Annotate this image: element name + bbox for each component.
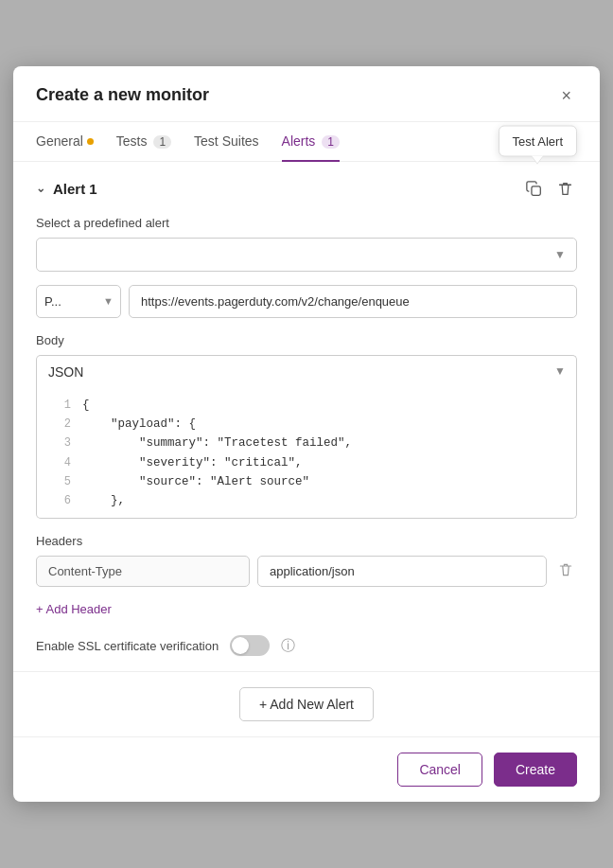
delete-alert-button[interactable] [553, 177, 577, 201]
predefined-select-wrapper: ▼ [36, 238, 577, 272]
general-dot [87, 138, 94, 145]
code-line-3: 3 "summary": "Tracetest failed", [37, 434, 576, 452]
create-button[interactable]: Create [494, 753, 577, 787]
modal-footer: Cancel Create [13, 736, 600, 802]
code-line-6: 6 }, [37, 491, 576, 510]
modal-body: ⌄ Alert 1 [13, 162, 600, 736]
add-alert-button[interactable]: + Add New Alert [239, 687, 374, 721]
tab-test-suites[interactable]: Test Suites [194, 122, 258, 162]
cancel-button[interactable]: Cancel [397, 753, 482, 787]
predefined-select[interactable] [36, 238, 577, 272]
body-label: Body [36, 333, 577, 347]
code-line-5: 5 "source": "Alert source" [37, 472, 576, 491]
ssl-label: Enable SSL certificate verification [36, 639, 219, 653]
modal: Create a new monitor × General Tests 1 T… [13, 66, 600, 802]
body-format-select[interactable]: JSON Text XML [36, 355, 577, 388]
tab-tests[interactable]: Tests 1 [116, 122, 171, 162]
method-select-wrapper: P... GET POST PUT DELETE ▼ [36, 285, 121, 318]
svg-rect-0 [532, 186, 540, 195]
add-header-button[interactable]: + Add Header [36, 598, 112, 620]
url-input[interactable] [129, 285, 577, 318]
ssl-toggle-knob [232, 637, 249, 654]
ssl-row: Enable SSL certificate verification ⓘ [36, 635, 577, 656]
alert-header: ⌄ Alert 1 [36, 177, 577, 201]
header-value-input[interactable] [257, 556, 547, 587]
delete-header-icon[interactable] [554, 558, 577, 585]
trash-icon [557, 181, 573, 197]
alert-section: ⌄ Alert 1 [36, 162, 577, 736]
copy-alert-button[interactable] [522, 177, 546, 201]
headers-section: Headers [36, 534, 577, 587]
close-button[interactable]: × [555, 85, 577, 106]
code-editor[interactable]: 1 { 2 "payload": { 3 "summary": "Tracete… [36, 388, 577, 519]
divider [13, 671, 600, 672]
copy-icon [526, 181, 542, 197]
tab-alerts[interactable]: Alerts 1 [282, 122, 340, 162]
tab-general[interactable]: General [36, 122, 94, 162]
code-line-2: 2 "payload": { [37, 415, 576, 434]
modal-overlay: Create a new monitor × General Tests 1 T… [0, 0, 613, 868]
tabs-bar: General Tests 1 Test Suites Alerts 1 Tes… [13, 122, 600, 162]
url-row: P... GET POST PUT DELETE ▼ [36, 285, 577, 318]
alert-actions [522, 177, 577, 201]
method-select[interactable]: P... GET POST PUT DELETE [36, 285, 121, 318]
chevron-down-icon[interactable]: ⌄ [36, 182, 45, 195]
code-line-4: 4 "severity": "critical", [37, 453, 576, 472]
modal-header: Create a new monitor × [13, 66, 600, 122]
modal-title: Create a new monitor [36, 85, 209, 105]
test-alert-tooltip: Test Alert [499, 126, 577, 157]
alert-title-group: ⌄ Alert 1 [36, 181, 97, 197]
body-format-wrapper: JSON Text XML ▼ [36, 355, 577, 388]
header-key-input[interactable] [36, 556, 250, 587]
headers-label: Headers [36, 534, 577, 548]
ssl-toggle[interactable] [230, 635, 270, 656]
header-row [36, 556, 577, 587]
help-icon[interactable]: ⓘ [281, 637, 295, 655]
predefined-label: Select a predefined alert [36, 216, 577, 230]
code-line-1: 1 { [37, 396, 576, 415]
